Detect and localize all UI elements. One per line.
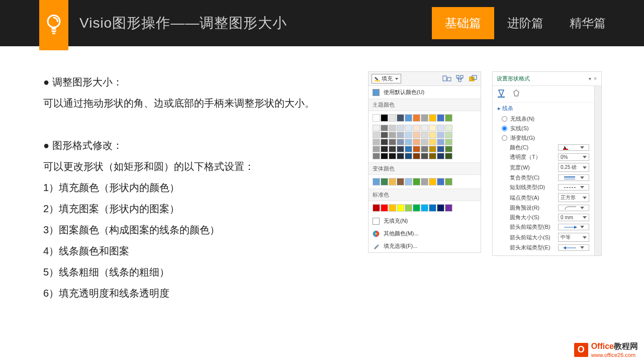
color-swatch[interactable] bbox=[429, 139, 436, 145]
color-swatch[interactable] bbox=[381, 204, 388, 212]
color-swatch[interactable] bbox=[389, 132, 396, 138]
dash-picker[interactable] bbox=[558, 184, 589, 191]
color-swatch[interactable] bbox=[413, 125, 420, 131]
color-swatch[interactable] bbox=[445, 178, 452, 186]
color-swatch[interactable] bbox=[389, 139, 396, 145]
fill-line-icon[interactable] bbox=[497, 89, 506, 99]
color-swatch[interactable] bbox=[445, 132, 452, 138]
color-swatch[interactable] bbox=[413, 114, 420, 122]
color-swatch[interactable] bbox=[413, 146, 420, 152]
color-swatch[interactable] bbox=[381, 132, 388, 138]
color-swatch[interactable] bbox=[373, 132, 380, 138]
color-swatch[interactable] bbox=[381, 153, 388, 159]
color-swatch[interactable] bbox=[381, 139, 388, 145]
color-swatch[interactable] bbox=[445, 153, 452, 159]
color-swatch[interactable] bbox=[429, 153, 436, 159]
radio-gradient-line[interactable]: 渐变线(G) bbox=[493, 133, 594, 143]
color-swatch[interactable] bbox=[437, 153, 444, 159]
color-swatch[interactable] bbox=[373, 204, 380, 212]
color-swatch[interactable] bbox=[437, 178, 444, 186]
color-swatch[interactable] bbox=[421, 153, 428, 159]
color-swatch[interactable] bbox=[381, 146, 388, 152]
color-swatch[interactable] bbox=[445, 146, 452, 152]
color-swatch[interactable] bbox=[397, 178, 404, 186]
rounding-picker[interactable] bbox=[558, 205, 589, 211]
front-icon[interactable] bbox=[469, 75, 478, 83]
color-swatch[interactable] bbox=[413, 139, 420, 145]
color-swatch[interactable] bbox=[405, 204, 412, 212]
arrow-begin-size-picker[interactable]: 中等 bbox=[558, 233, 589, 242]
color-swatch[interactable] bbox=[381, 178, 388, 186]
color-swatch[interactable] bbox=[413, 204, 420, 212]
color-swatch[interactable] bbox=[429, 146, 436, 152]
color-swatch[interactable] bbox=[421, 125, 428, 131]
fill-options-row[interactable]: 填充选项(F)... bbox=[369, 240, 481, 252]
color-swatch[interactable] bbox=[429, 132, 436, 138]
color-picker[interactable] bbox=[558, 144, 589, 151]
color-swatch[interactable] bbox=[421, 114, 428, 122]
width-input[interactable]: 0.25 磅 bbox=[558, 163, 589, 172]
tab-advanced[interactable]: 进阶篇 bbox=[494, 7, 557, 39]
color-swatch[interactable] bbox=[445, 125, 452, 131]
scrollbar[interactable] bbox=[594, 86, 601, 255]
color-swatch[interactable] bbox=[429, 178, 436, 186]
color-swatch[interactable] bbox=[389, 146, 396, 152]
color-swatch[interactable] bbox=[405, 146, 412, 152]
color-swatch[interactable] bbox=[389, 204, 396, 212]
color-swatch[interactable] bbox=[397, 114, 404, 122]
group-icon[interactable] bbox=[455, 75, 465, 83]
color-swatch[interactable] bbox=[421, 204, 428, 212]
line-section-header[interactable]: ▸ 线条 bbox=[493, 103, 594, 114]
color-swatch[interactable] bbox=[421, 178, 428, 186]
transparency-input[interactable]: 0% bbox=[558, 153, 589, 161]
color-swatch[interactable] bbox=[405, 153, 412, 159]
color-swatch[interactable] bbox=[437, 125, 444, 131]
color-swatch[interactable] bbox=[373, 178, 380, 186]
default-color-row[interactable]: 使用默认颜色(U) bbox=[369, 86, 481, 99]
color-swatch[interactable] bbox=[405, 139, 412, 145]
color-swatch[interactable] bbox=[421, 139, 428, 145]
more-colors-row[interactable]: 其他颜色(M)... bbox=[369, 227, 481, 240]
color-swatch[interactable] bbox=[397, 146, 404, 152]
color-swatch[interactable] bbox=[437, 204, 444, 212]
color-swatch[interactable] bbox=[397, 204, 404, 212]
panel-controls[interactable]: ▾ × bbox=[589, 76, 597, 81]
color-swatch[interactable] bbox=[405, 114, 412, 122]
color-swatch[interactable] bbox=[389, 153, 396, 159]
color-swatch[interactable] bbox=[437, 146, 444, 152]
color-swatch[interactable] bbox=[421, 146, 428, 152]
compound-picker[interactable] bbox=[558, 174, 589, 181]
color-swatch[interactable] bbox=[397, 153, 404, 159]
color-swatch[interactable] bbox=[389, 114, 396, 122]
color-swatch[interactable] bbox=[373, 125, 380, 131]
color-swatch[interactable] bbox=[397, 132, 404, 138]
arrow-end-picker[interactable] bbox=[558, 244, 589, 251]
effects-icon[interactable] bbox=[512, 89, 521, 99]
color-swatch[interactable] bbox=[397, 125, 404, 131]
fill-button[interactable]: 填充 bbox=[372, 74, 401, 83]
color-swatch[interactable] bbox=[413, 178, 420, 186]
color-swatch[interactable] bbox=[373, 146, 380, 152]
align-icon[interactable] bbox=[442, 75, 451, 83]
color-swatch[interactable] bbox=[445, 114, 452, 122]
no-fill-row[interactable]: 无填充(N) bbox=[369, 215, 481, 227]
color-swatch[interactable] bbox=[397, 139, 404, 145]
color-swatch[interactable] bbox=[405, 178, 412, 186]
color-swatch[interactable] bbox=[437, 139, 444, 145]
color-swatch[interactable] bbox=[413, 153, 420, 159]
color-swatch[interactable] bbox=[429, 204, 436, 212]
color-swatch[interactable] bbox=[445, 204, 452, 212]
corner-size-input[interactable]: 0 mm bbox=[558, 214, 589, 221]
color-swatch[interactable] bbox=[405, 132, 412, 138]
arrow-begin-picker[interactable] bbox=[558, 224, 589, 230]
color-swatch[interactable] bbox=[437, 132, 444, 138]
color-swatch[interactable] bbox=[437, 114, 444, 122]
color-swatch[interactable] bbox=[445, 139, 452, 145]
color-swatch[interactable] bbox=[429, 114, 436, 122]
color-swatch[interactable] bbox=[405, 125, 412, 131]
color-swatch[interactable] bbox=[421, 132, 428, 138]
cap-picker[interactable]: 正方形 bbox=[558, 193, 589, 202]
tab-essence[interactable]: 精华篇 bbox=[557, 7, 619, 39]
radio-solid-line[interactable]: 实线(S) bbox=[493, 124, 594, 133]
color-swatch[interactable] bbox=[413, 132, 420, 138]
